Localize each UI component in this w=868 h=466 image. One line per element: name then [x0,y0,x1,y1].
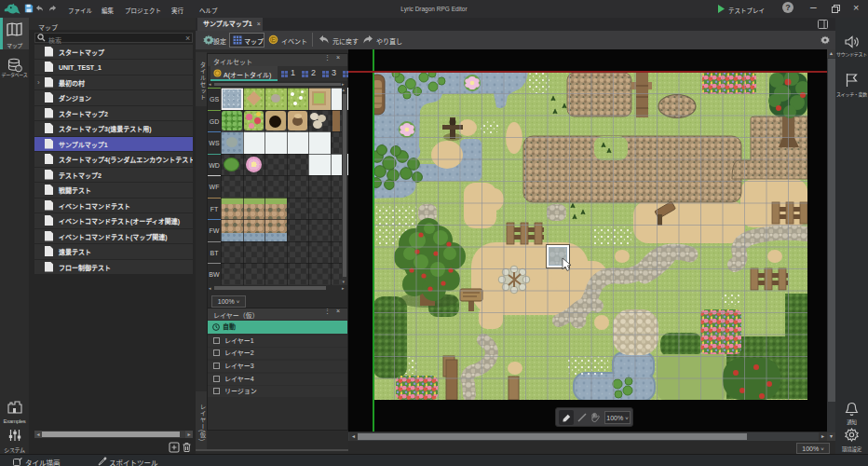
svg-text:E: E [271,36,276,43]
